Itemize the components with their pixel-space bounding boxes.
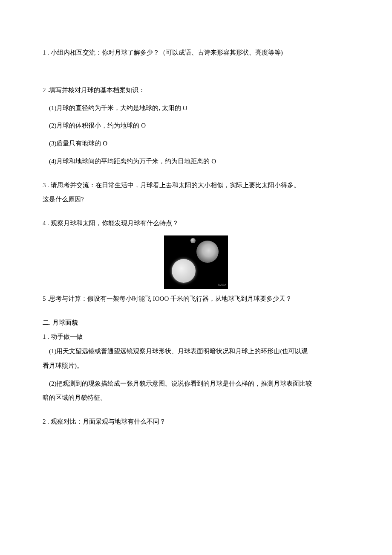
question-2-item-4: (4)月球和地球间的平均距离约为万千米，约为日地距离的 O <box>43 156 349 168</box>
question-2-item-3: (3)质量只有地球的 O <box>43 138 349 150</box>
section-2-title: 二. 月球面貌 <box>43 317 349 329</box>
moon-image-wrap: NASA <box>43 235 349 289</box>
section-2-q1-p1b: 看月球照片)。 <box>43 360 349 372</box>
section-2-q1-p2b: 暗的区域的月貌特征。 <box>43 392 349 404</box>
question-3-line1: 3 . 请思考并交流：在日常生活中，月球看上去和太阳的大小相似，实际上要比太阳小… <box>43 180 349 192</box>
question-1: 1 . 小组内相互交流：你对月球了解多少？（可以成语、古诗来形容其形状、亮度等等… <box>43 47 349 59</box>
question-3-line2: 这是什么原因? <box>43 194 349 206</box>
document-page: 1 . 小组内相互交流：你对月球了解多少？（可以成语、古诗来形容其形状、亮度等等… <box>0 0 392 555</box>
earth-icon <box>196 241 219 263</box>
question-5: 5 .思考与计算：假设有一架每小时能飞 IOOO 千米的飞行器，从地球飞到月球要… <box>43 293 349 305</box>
question-2-item-1: (1)月球的直径约为千米，大约是地球的, 太阳的 O <box>43 102 349 114</box>
question-2-lead: 2 .填写并核对月球的基本档案知识： <box>43 84 349 96</box>
section-2-q2: 2 . 观察对比：月面景观与地球有什么不同？ <box>43 416 349 428</box>
moon-icon <box>172 259 196 283</box>
section-2-q1-lead: 1 . 动手做一做 <box>43 331 349 343</box>
moon-earth-image: NASA <box>164 235 228 289</box>
small-body-icon <box>190 238 196 243</box>
section-2-q1-p2a: (2)把观测到的现象描绘成一张月貌示意图。说说你看到的月球是什么样的，推测月球表… <box>43 378 349 390</box>
image-caption: NASA <box>218 282 226 288</box>
question-2-item-2: (2)月球的体积很小，约为地球的 O <box>43 120 349 132</box>
section-2-q1-p1a: (1)用天文望远镜或普通望远镜观察月球形状、月球表面明暗状况和月球上的环形山(也… <box>43 346 349 357</box>
question-4: 4 . 观察月球和太阳，你能发现月球有什么特点？ <box>43 218 349 230</box>
